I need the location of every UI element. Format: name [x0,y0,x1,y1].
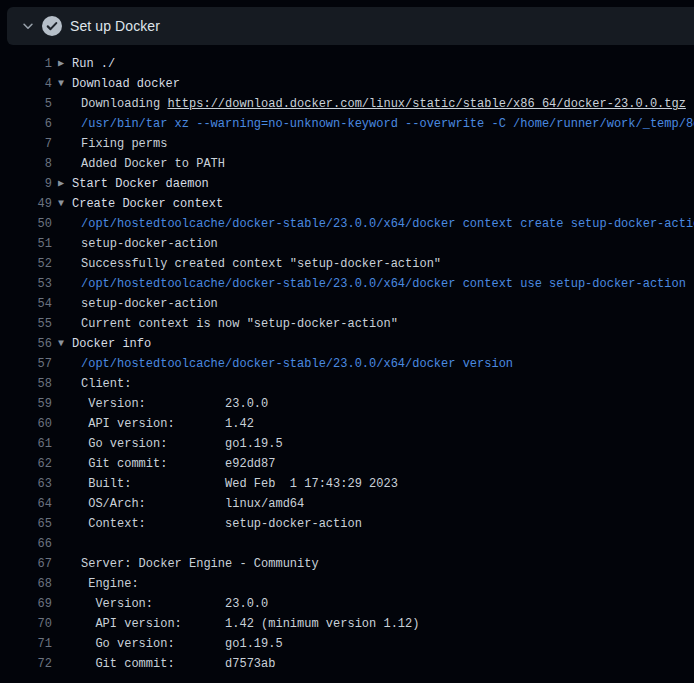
log-line-row: 50/opt/hostedtoolcache/docker-stable/23.… [0,214,694,234]
log-line-row: 60 API version: 1.42 [0,414,694,434]
log-line-row: 53/opt/hostedtoolcache/docker-stable/23.… [0,274,694,294]
group-expanded-chevron-icon[interactable]: ▼ [52,74,70,94]
step-header[interactable]: Set up Docker [7,7,694,45]
log-line-row: 59 Version: 23.0.0 [0,394,694,414]
line-number[interactable]: 68 [0,574,52,594]
log-line-row: 58Client: [0,374,694,394]
line-number[interactable]: 1 [0,54,52,74]
gutter-spacer [52,274,70,294]
check-circle-icon [42,16,62,36]
line-number[interactable]: 5 [0,94,52,114]
log-text: Downloading [81,97,167,111]
gutter-spacer [52,374,70,394]
group-title: Run ./ [72,54,115,74]
log-text: Git commit: e92dd87 [81,454,275,474]
gutter-spacer [52,494,70,514]
log-line-row: 51setup-docker-action [0,234,694,254]
gutter-spacer [52,354,70,374]
line-number[interactable]: 4 [0,74,52,94]
line-number[interactable]: 53 [0,274,52,294]
log-lines: 1▶Run ./4▼Download docker5Downloading ht… [0,54,694,674]
gutter-spacer [52,614,70,634]
log-line-row: 61 Go version: go1.19.5 [0,434,694,454]
gutter-spacer [52,534,70,554]
log-text: Server: Docker Engine - Community [81,554,319,574]
gutter-spacer [52,154,70,174]
group-collapsed-chevron-icon[interactable]: ▶ [52,54,70,74]
line-number[interactable]: 67 [0,554,52,574]
log-text: setup-docker-action [81,294,218,314]
log-line-row: 7Fixing perms [0,134,694,154]
line-number[interactable]: 72 [0,654,52,674]
log-line-row: 8Added Docker to PATH [0,154,694,174]
line-number[interactable]: 63 [0,474,52,494]
group-title: Download docker [72,74,180,94]
log-text: setup-docker-action [81,234,218,254]
line-number[interactable]: 58 [0,374,52,394]
line-number[interactable]: 8 [0,154,52,174]
log-text: Fixing perms [81,134,167,154]
line-number[interactable]: 56 [0,334,52,354]
group-title: Docker info [72,334,151,354]
log-line-row: 65 Context: setup-docker-action [0,514,694,534]
group-expanded-chevron-icon[interactable]: ▼ [52,334,70,354]
gutter-spacer [52,514,70,534]
gutter-spacer [52,474,70,494]
gutter-spacer [52,414,70,434]
log-text: Client: [81,374,131,394]
log-group-row[interactable]: 4▼Download docker [0,74,694,94]
chevron-down-icon[interactable] [20,19,35,34]
gutter-spacer [52,394,70,414]
group-expanded-chevron-icon[interactable]: ▼ [52,194,70,214]
line-number[interactable]: 50 [0,214,52,234]
log-line-row: 55Current context is now "setup-docker-a… [0,314,694,334]
command-text: /opt/hostedtoolcache/docker-stable/23.0.… [81,354,513,374]
line-number[interactable]: 66 [0,534,52,554]
line-number[interactable]: 51 [0,234,52,254]
gutter-spacer [52,254,70,274]
log-line-row: 57/opt/hostedtoolcache/docker-stable/23.… [0,354,694,374]
gutter-spacer [52,234,70,254]
log-text: Engine: [81,574,139,594]
log-link[interactable]: https://download.docker.com/linux/static… [167,97,685,111]
line-number[interactable]: 52 [0,254,52,274]
gutter-spacer [52,594,70,614]
line-number[interactable]: 55 [0,314,52,334]
line-number[interactable]: 6 [0,114,52,134]
line-number[interactable]: 62 [0,454,52,474]
log-text: Git commit: d7573ab [81,654,275,674]
log-text: Added Docker to PATH [81,154,225,174]
log-text: Go version: go1.19.5 [81,434,283,454]
line-number[interactable]: 60 [0,414,52,434]
line-number[interactable]: 61 [0,434,52,454]
line-number[interactable]: 49 [0,194,52,214]
line-number[interactable]: 9 [0,174,52,194]
line-number[interactable]: 71 [0,634,52,654]
line-number[interactable]: 7 [0,134,52,154]
log-line-row: 63 Built: Wed Feb 1 17:43:29 2023 [0,474,694,494]
log-group-row[interactable]: 9▶Start Docker daemon [0,174,694,194]
command-text: /usr/bin/tar xz --warning=no-unknown-key… [81,114,694,134]
log-text: Built: Wed Feb 1 17:43:29 2023 [81,474,398,494]
line-number[interactable]: 70 [0,614,52,634]
log-text: Current context is now "setup-docker-act… [81,314,398,334]
gutter-spacer [52,634,70,654]
line-number[interactable]: 64 [0,494,52,514]
gutter-spacer [52,574,70,594]
log-text: API version: 1.42 [81,414,254,434]
log-text: Version: 23.0.0 [81,594,268,614]
line-number[interactable]: 69 [0,594,52,614]
log-group-row[interactable]: 56▼Docker info [0,334,694,354]
log-group-row[interactable]: 49▼Create Docker context [0,194,694,214]
line-number[interactable]: 59 [0,394,52,414]
log-line-row: 5Downloading https://download.docker.com… [0,94,694,114]
line-number[interactable]: 57 [0,354,52,374]
group-collapsed-chevron-icon[interactable]: ▶ [52,174,70,194]
line-number[interactable]: 54 [0,294,52,314]
log-group-row[interactable]: 1▶Run ./ [0,54,694,74]
log-line-row: 6/usr/bin/tar xz --warning=no-unknown-ke… [0,114,694,134]
gutter-spacer [52,654,70,674]
log-text: Context: setup-docker-action [81,514,362,534]
log-line-row: 67Server: Docker Engine - Community [0,554,694,574]
line-number[interactable]: 65 [0,514,52,534]
